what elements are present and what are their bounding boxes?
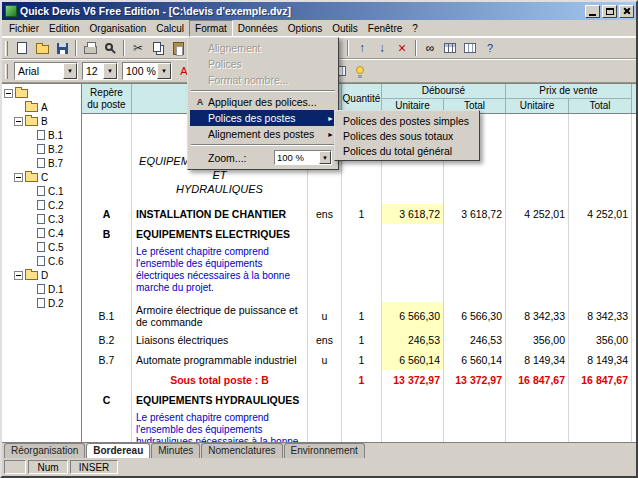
grid-cell[interactable]: Automate programmable industriel bbox=[132, 350, 308, 370]
tree-node-c[interactable]: C bbox=[2, 170, 81, 184]
tree-node-b-1[interactable]: B.1 bbox=[2, 128, 81, 142]
grid-cell[interactable]: 1 bbox=[342, 302, 382, 330]
sort-ascending-icon[interactable]: ↑ bbox=[352, 39, 372, 57]
dropdown-arrow-icon[interactable] bbox=[319, 151, 331, 164]
print-preview-icon[interactable] bbox=[100, 39, 120, 57]
grid-cell[interactable]: 13 372,97 bbox=[382, 370, 444, 390]
grid-cell[interactable]: EQUIPEMENTS ELECTRIQUES bbox=[132, 224, 308, 244]
grid-cell[interactable] bbox=[382, 224, 444, 244]
menu-item-outils[interactable]: Outils bbox=[327, 21, 363, 36]
grid-cell[interactable] bbox=[569, 410, 632, 442]
tree-node-a[interactable]: A bbox=[2, 100, 81, 114]
grid-cell[interactable] bbox=[444, 410, 506, 442]
grid-cell[interactable]: 1 bbox=[342, 370, 382, 390]
submenu-item-polices-du-total-general[interactable]: Polices du total général bbox=[337, 143, 477, 158]
font-name-combo[interactable]: Arial bbox=[14, 62, 78, 80]
tree-node-root[interactable] bbox=[2, 86, 81, 100]
grid-cell[interactable]: 6 566,30 bbox=[444, 302, 506, 330]
dropdown-arrow-icon[interactable] bbox=[103, 63, 117, 79]
grid-cell[interactable] bbox=[342, 410, 382, 442]
tab-bordereau[interactable]: Bordereau bbox=[86, 443, 150, 458]
grid-cell[interactable] bbox=[382, 390, 444, 410]
grid-cell[interactable] bbox=[308, 224, 342, 244]
grid-cell[interactable] bbox=[342, 390, 382, 410]
grid-cell[interactable]: A bbox=[82, 204, 132, 224]
grid-cell[interactable]: 1 bbox=[342, 350, 382, 370]
menu-item-fichier[interactable]: Fichier bbox=[4, 21, 44, 36]
grid-cell[interactable]: Liaisons électriques bbox=[132, 330, 308, 350]
toolbar-grip[interactable] bbox=[5, 41, 8, 56]
grid-cell[interactable] bbox=[308, 370, 342, 390]
close-button[interactable] bbox=[619, 5, 634, 18]
grid-cell[interactable]: 6 560,14 bbox=[382, 350, 444, 370]
grid-cell[interactable]: Sous total poste : B bbox=[132, 370, 308, 390]
format-menu-item-alignement-des-postes[interactable]: Alignement des postes► bbox=[190, 126, 336, 142]
grid-cell[interactable]: 16 847,67 bbox=[506, 370, 569, 390]
grid-cell[interactable]: B bbox=[82, 224, 132, 244]
dropdown-arrow-icon[interactable] bbox=[63, 63, 77, 79]
grid-cell[interactable]: 246,53 bbox=[444, 330, 506, 350]
grid-cell[interactable] bbox=[569, 224, 632, 244]
grid-cell[interactable]: 16 847,67 bbox=[569, 370, 632, 390]
grid-cell[interactable]: Le présent chapitre comprend l'ensemble … bbox=[132, 410, 308, 442]
grid-cell[interactable]: 356,00 bbox=[569, 330, 632, 350]
grid-cell[interactable] bbox=[569, 126, 632, 138]
grid-cell[interactable]: 3 618,72 bbox=[382, 204, 444, 224]
tree-node-c-5[interactable]: C.5 bbox=[2, 240, 81, 254]
table-icon[interactable] bbox=[440, 39, 460, 57]
minus-box-icon[interactable] bbox=[14, 271, 23, 280]
minus-box-icon[interactable] bbox=[14, 117, 23, 126]
grid-cell[interactable]: ens bbox=[308, 330, 342, 350]
grid-cell[interactable] bbox=[444, 224, 506, 244]
paste-icon[interactable] bbox=[168, 39, 188, 57]
tree-node-c-3[interactable]: C.3 bbox=[2, 212, 81, 226]
lamp-icon[interactable] bbox=[350, 62, 370, 80]
minimize-button[interactable] bbox=[585, 5, 600, 18]
tree-node-b-7[interactable]: B.7 bbox=[2, 156, 81, 170]
submenu-item-polices-des-sous-totaux[interactable]: Polices des sous totaux bbox=[337, 128, 477, 143]
tree-node-b[interactable]: B bbox=[2, 114, 81, 128]
tree-node-d[interactable]: D bbox=[2, 268, 81, 282]
maximize-button[interactable] bbox=[602, 5, 617, 18]
grid-cell[interactable]: 6 560,14 bbox=[444, 350, 506, 370]
column-header-prix-vente-total[interactable]: Total bbox=[569, 99, 631, 113]
tree-node-b-2[interactable]: B.2 bbox=[2, 142, 81, 156]
grid-cell[interactable]: 4 252,01 bbox=[569, 204, 632, 224]
title-bar[interactable]: Quick Devis V6 Free Edition - [C:\devis … bbox=[2, 2, 636, 20]
grid-cell[interactable]: B.7 bbox=[82, 350, 132, 370]
grid-cell[interactable]: Le présent chapitre comprend l'ensemble … bbox=[132, 244, 308, 296]
menu-item-donnees[interactable]: Données bbox=[233, 21, 283, 36]
grid-cell[interactable]: 1 bbox=[342, 204, 382, 224]
column-header-debourse[interactable]: Déboursé Unitaire Total bbox=[382, 84, 506, 113]
grid-cell[interactable] bbox=[506, 224, 569, 244]
grid-cell[interactable]: EQUIPEMENTS HYDRAULIQUES bbox=[132, 390, 308, 410]
tab-minutes[interactable]: Minutes bbox=[151, 443, 200, 458]
tab-nomenclatures[interactable]: Nomenclatures bbox=[201, 443, 282, 458]
save-icon[interactable] bbox=[52, 39, 72, 57]
grid-cell[interactable]: ens bbox=[308, 204, 342, 224]
format-menu-item-appliquer-des-polices[interactable]: AAppliquer des polices... bbox=[190, 94, 336, 110]
grid-cell[interactable]: C bbox=[82, 390, 132, 410]
grid-cell[interactable] bbox=[82, 244, 132, 296]
toolbar-grip[interactable] bbox=[5, 64, 8, 79]
grid-cell[interactable] bbox=[82, 114, 132, 126]
print-icon[interactable] bbox=[80, 39, 100, 57]
grid-cell[interactable] bbox=[569, 138, 632, 198]
grid-cell[interactable] bbox=[569, 390, 632, 410]
grid-cell[interactable] bbox=[506, 390, 569, 410]
help-icon[interactable]: ? bbox=[480, 39, 500, 57]
minus-box-icon[interactable] bbox=[14, 173, 23, 182]
grid-cell[interactable]: B.1 bbox=[82, 302, 132, 330]
sort-descending-icon[interactable]: ↓ bbox=[372, 39, 392, 57]
tree-node-c-6[interactable]: C.6 bbox=[2, 254, 81, 268]
cut-icon[interactable]: ✂ bbox=[128, 39, 148, 57]
grid-cell[interactable]: 356,00 bbox=[506, 330, 569, 350]
grid-cell[interactable]: 1 bbox=[342, 330, 382, 350]
column-header-repere[interactable]: Repère du poste bbox=[82, 84, 132, 113]
menu-item-organisation[interactable]: Organisation bbox=[85, 21, 152, 36]
zoom-combo[interactable]: 100 % bbox=[122, 62, 172, 80]
menu-zoom-combo[interactable]: 100 % bbox=[274, 150, 332, 165]
tree-node-d-2[interactable]: D.2 bbox=[2, 296, 81, 310]
menu-item-aide[interactable]: ? bbox=[407, 21, 423, 36]
glasses-icon[interactable]: ∞ bbox=[420, 39, 440, 57]
